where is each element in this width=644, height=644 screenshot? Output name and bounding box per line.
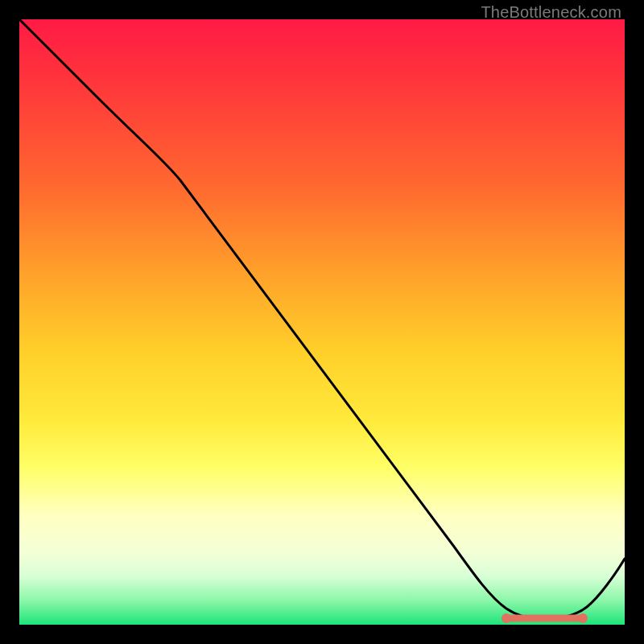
attribution-text: TheBottleneck.com (481, 3, 621, 22)
optimal-marker-start (502, 613, 511, 623)
bottleneck-curve (19, 19, 625, 625)
optimal-marker-end (578, 613, 588, 623)
curve-path (19, 19, 625, 619)
chart-frame (19, 19, 625, 625)
